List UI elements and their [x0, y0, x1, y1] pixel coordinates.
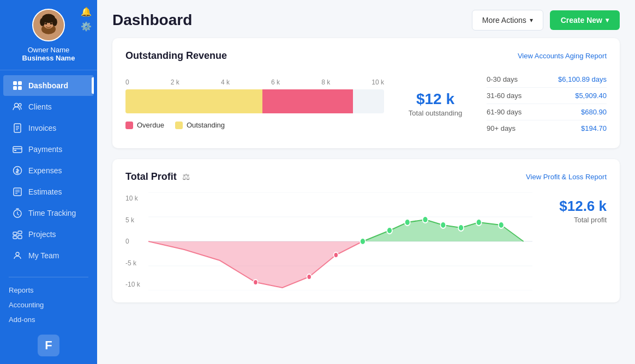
breakdown-value-90-plus: $194.70: [581, 124, 607, 132]
axis-label-4k: 4 k: [221, 78, 230, 86]
svg-point-48: [334, 252, 338, 258]
avatar: [32, 9, 65, 41]
sidebar-item-label-time-tracking: Time Tracking: [28, 209, 76, 217]
create-new-button[interactable]: Create New ▾: [550, 10, 620, 30]
sidebar-item-label-payments: Payments: [28, 145, 62, 154]
y-label-5k: 5 k: [125, 216, 147, 224]
expenses-icon: [12, 165, 23, 176]
sidebar-item-clients[interactable]: Clients: [3, 96, 94, 117]
more-actions-button[interactable]: More Actions ▾: [472, 10, 543, 31]
chevron-down-icon: ▾: [530, 16, 533, 24]
sidebar-item-time-tracking[interactable]: Time Tracking: [3, 203, 94, 223]
bar-track: [125, 89, 384, 113]
y-label-neg10k: -10 k: [125, 281, 147, 288]
svg-point-47: [307, 274, 311, 280]
svg-point-39: [387, 227, 392, 234]
breakdown-value-61-90: $680.90: [581, 108, 607, 116]
svg-point-6: [45, 22, 47, 25]
total-profit-card: Total Profit ⚖ View Profit & Loss Report…: [112, 159, 620, 302]
svg-rect-10: [13, 86, 17, 90]
sidebar-item-invoices[interactable]: Invoices: [3, 118, 94, 138]
sidebar-item-my-team[interactable]: My Team: [3, 245, 94, 266]
svg-point-4: [40, 18, 45, 26]
sidebar-logo[interactable]: F: [0, 329, 97, 364]
axis-label-2k: 2 k: [171, 78, 179, 86]
axis-label-6k: 6 k: [271, 78, 280, 86]
view-profit-loss-link[interactable]: View Profit & Loss Report: [526, 173, 607, 181]
svg-point-44: [476, 219, 482, 226]
outstanding-revenue-header: Outstanding Revenue View Accounts Aging …: [125, 50, 607, 62]
my-team-icon: [12, 250, 23, 261]
sidebar-item-reports[interactable]: Reports: [0, 283, 97, 298]
content-area: Outstanding Revenue View Accounts Aging …: [97, 38, 635, 318]
sidebar-owner-name: Owner Name: [28, 46, 70, 54]
breakdown-value-31-60: $5,909.40: [575, 92, 607, 100]
estimates-icon: [12, 186, 23, 197]
sidebar-item-expenses[interactable]: Expenses: [3, 160, 94, 181]
profit-total-label: Total profit: [541, 216, 607, 224]
bar-overdue: [262, 89, 353, 113]
sidebar-item-label-clients: Clients: [28, 102, 52, 111]
outstanding-color-dot: [175, 122, 183, 129]
svg-point-43: [458, 225, 464, 231]
clients-icon: [12, 101, 23, 112]
revenue-chart-area: 0 2 k 4 k 6 k 8 k 10 k Overd: [125, 71, 607, 136]
y-label-10k: 10 k: [125, 195, 147, 202]
total-profit-title: Total Profit: [125, 171, 177, 183]
svg-rect-18: [13, 147, 22, 153]
svg-point-45: [499, 222, 504, 228]
outstanding-revenue-title: Outstanding Revenue: [125, 50, 227, 62]
svg-rect-29: [18, 231, 22, 234]
svg-point-38: [360, 238, 366, 245]
view-accounts-aging-link[interactable]: View Accounts Aging Report: [518, 52, 607, 60]
axis-label-10k: 10 k: [372, 78, 384, 86]
projects-icon: [12, 229, 23, 240]
create-new-label: Create New: [561, 16, 602, 25]
svg-point-46: [253, 280, 257, 285]
breakdown-value-0-30: $6,100.89 days: [558, 75, 607, 83]
sidebar-item-projects[interactable]: Projects: [3, 224, 94, 245]
svg-rect-28: [13, 232, 17, 235]
sidebar-item-label-expenses: Expenses: [28, 166, 62, 175]
sidebar-bottom-links: Reports Accounting Add-ons: [0, 281, 97, 329]
axis-label-8k: 8 k: [321, 78, 330, 86]
bar-outstanding: [125, 89, 262, 113]
svg-point-41: [423, 216, 428, 223]
svg-point-7: [50, 22, 52, 25]
svg-point-40: [405, 219, 410, 226]
bar-axis: 0 2 k 4 k 6 k 8 k 10 k: [125, 78, 384, 89]
settings-icon[interactable]: ⚙️: [81, 21, 92, 32]
dashboard-icon: [12, 80, 23, 91]
more-actions-label: More Actions: [482, 16, 526, 25]
sidebar-item-dashboard[interactable]: Dashboard: [3, 75, 94, 96]
sidebar-item-add-ons[interactable]: Add-ons: [0, 312, 97, 327]
sidebar: 🔔 ⚙️ Owner Name Business Name: [0, 0, 97, 364]
svg-point-42: [440, 222, 446, 228]
revenue-breakdown: 0-30 days $6,100.89 days 31-60 days $5,9…: [487, 71, 607, 136]
sidebar-user-icons: 🔔 ⚙️: [81, 7, 92, 32]
sidebar-item-label-projects: Projects: [28, 230, 56, 239]
svg-rect-9: [18, 81, 22, 85]
sidebar-item-accounting[interactable]: Accounting: [0, 298, 97, 312]
breakdown-row-90-plus: 90+ days $194.70: [487, 120, 607, 136]
topbar-actions: More Actions ▾ Create New ▾: [472, 10, 620, 31]
svg-rect-20: [14, 150, 16, 151]
page-title: Dashboard: [112, 11, 192, 29]
bell-icon[interactable]: 🔔: [81, 7, 92, 17]
sidebar-item-estimates[interactable]: Estimates: [3, 181, 94, 202]
sidebar-user-section: 🔔 ⚙️ Owner Name Business Name: [0, 0, 97, 70]
revenue-total-label: Total outstanding: [397, 109, 474, 117]
breakdown-label-0-30: 0-30 days: [487, 75, 518, 83]
breakdown-label-61-90: 61-90 days: [487, 108, 522, 116]
filter-icon[interactable]: ⚖: [182, 172, 190, 182]
profit-chart: 10 k 5 k 0 -5 k -10 k: [125, 192, 532, 290]
svg-rect-8: [13, 81, 17, 85]
svg-rect-11: [18, 86, 22, 90]
chevron-down-icon-create: ▾: [606, 16, 609, 24]
sidebar-item-payments[interactable]: Payments: [3, 139, 94, 160]
sidebar-divider: [9, 277, 88, 277]
y-label-neg5k: -5 k: [125, 259, 147, 267]
svg-point-32: [16, 252, 19, 256]
revenue-total: $12 k Total outstanding: [397, 90, 474, 117]
freshbooks-logo: F: [38, 335, 59, 356]
